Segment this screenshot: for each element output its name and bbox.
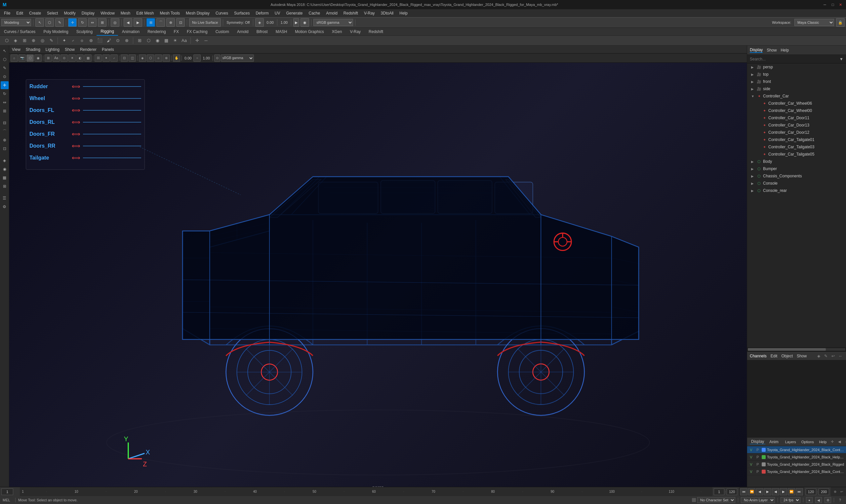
timeline-tick-84[interactable]: | <box>514 491 520 493</box>
module-tab-sculpting[interactable]: Sculpting <box>72 28 97 35</box>
module-tab-fx[interactable]: FX <box>170 28 183 35</box>
ipr-btn[interactable]: ◉ <box>300 18 309 27</box>
timeline-tick-20[interactable]: 20 <box>133 490 139 493</box>
universal-tool-btn[interactable]: ⊞ <box>98 18 106 27</box>
timeline-tick-32[interactable]: | <box>204 491 210 493</box>
timeline-tick-30[interactable]: 30 <box>192 490 198 493</box>
timeline-tick-2[interactable]: | <box>26 491 32 493</box>
timeline-tick-34[interactable]: | <box>216 491 222 493</box>
outliner-horizontal-scrollbar[interactable] <box>747 347 846 352</box>
sel-mode-comp-btn[interactable]: ◈ <box>12 37 19 44</box>
module-tab-mash[interactable]: MASH <box>272 28 291 35</box>
snap-grid-btn[interactable]: ⊞ <box>146 18 155 27</box>
timeline-tick-43[interactable]: | <box>270 491 276 493</box>
timeline-tick-89[interactable]: | <box>543 491 550 493</box>
sel-mode-snap-btn[interactable]: ⊕ <box>30 37 37 44</box>
timeline-tick-114[interactable]: | <box>692 491 698 493</box>
timeline-tick-98[interactable]: | <box>597 491 603 493</box>
next-frame-btn[interactable]: ▶ <box>780 488 787 496</box>
layer-p-2[interactable]: P <box>755 462 760 466</box>
next-key-btn[interactable]: ⏩ <box>788 488 795 496</box>
paint-sel-ico[interactable]: ✎ <box>47 37 55 44</box>
outliner-display-tab[interactable]: Display <box>750 48 763 53</box>
layers-sub-tab-options[interactable]: Options <box>801 440 814 444</box>
out-arrow-3[interactable]: ▶ <box>751 87 755 91</box>
help-icon[interactable]: ? <box>837 497 843 503</box>
rig-rudder-arrow[interactable]: ⟺ <box>72 83 80 90</box>
char-set-select[interactable]: No Character Set <box>697 497 735 503</box>
timeline-tick-85[interactable]: · <box>520 490 526 493</box>
timeline-tick-110[interactable]: 110 <box>669 490 674 493</box>
outliner-item-controller_car_wheel00[interactable]: ✦ Controller_Car_Wheel00 <box>747 107 846 114</box>
timeline-tick-62[interactable]: | <box>383 491 389 493</box>
vp-menu-lighting[interactable]: Lighting <box>46 47 59 52</box>
rig-tailgate-arrow[interactable]: ⟺ <box>72 154 80 162</box>
outliner-show-tab[interactable]: Show <box>767 48 777 53</box>
timeline-tick-42[interactable]: | <box>264 491 270 493</box>
sidebar-snap-curve-icon[interactable]: ⌒ <box>1 127 8 136</box>
module-tab-fx-caching[interactable]: FX Caching <box>183 28 211 35</box>
workspace-lock-btn[interactable]: 🔒 <box>836 18 845 27</box>
module-tab-rendering[interactable]: Rendering <box>143 28 170 35</box>
timeline-tick-31[interactable]: | <box>198 491 204 493</box>
end-frame-input[interactable] <box>818 488 829 495</box>
vp-shadow-btn[interactable]: ◐ <box>76 54 84 62</box>
cb-channels-tab[interactable]: Channels <box>750 354 767 358</box>
timeline-tick-109[interactable]: | <box>662 491 669 493</box>
timeline-tick-9[interactable]: | <box>67 491 73 493</box>
snap-point-btn[interactable]: ⊕ <box>166 18 175 27</box>
timeline-tick-115[interactable]: · <box>698 490 704 493</box>
timeline-tick-92[interactable]: | <box>562 491 567 493</box>
out-arrow-4[interactable]: ▼ <box>751 94 755 98</box>
vp-aa-btn[interactable]: Aa <box>53 54 60 62</box>
outliner-item-bumper[interactable]: ▶ ⬡ Bumper <box>747 165 846 173</box>
timeline-tick-38[interactable]: | <box>240 491 246 493</box>
timeline-tick-47[interactable]: | <box>294 491 299 493</box>
timeline-tick-44[interactable]: | <box>276 491 282 493</box>
timeline-tick-112[interactable]: | <box>680 491 686 493</box>
sidebar-display-icon[interactable]: ◈ <box>1 157 8 164</box>
gamma-select[interactable]: sRGB gamma <box>313 19 353 26</box>
out-arrow-2[interactable]: ▶ <box>751 80 755 84</box>
ik-spline-btn[interactable]: ⌾ <box>78 37 86 44</box>
timeline-tick-70[interactable]: 70 <box>430 490 436 493</box>
vp-poly-btn[interactable]: ⬡ <box>147 54 154 62</box>
key-btn2[interactable]: ◀ <box>815 497 822 503</box>
module-tab-rigging[interactable]: Rigging <box>97 28 118 36</box>
layer-v-0[interactable]: V <box>748 448 754 452</box>
vp-tex-btn[interactable]: ▦ <box>84 54 91 62</box>
maximize-button[interactable]: □ <box>830 2 835 7</box>
menu-item-edit[interactable]: Edit <box>14 10 26 16</box>
timeline-tick-13[interactable]: | <box>91 491 97 493</box>
vp-sel-highlight-btn[interactable]: ◈ <box>139 54 146 62</box>
out-arrow-0[interactable]: ▶ <box>751 66 755 69</box>
layer-row-3[interactable]: V P Toyota_Grand_Highlander_2024_Black_C… <box>747 468 846 475</box>
timeline-tick-113[interactable]: | <box>686 491 692 493</box>
timeline-tick-72[interactable]: | <box>442 491 448 493</box>
timeline-tick-27[interactable]: | <box>175 491 180 493</box>
range-start-input[interactable] <box>714 488 724 495</box>
vp-nurbs-btn[interactable]: ⌾ <box>155 54 162 62</box>
timeline-tick-80[interactable]: 80 <box>490 490 496 493</box>
timeline-tick-99[interactable]: | <box>603 491 609 493</box>
layer-p-0[interactable]: P <box>755 448 760 452</box>
sel-mode-hier-btn[interactable]: ⊞ <box>20 37 29 44</box>
timeline-tick-116[interactable]: | <box>704 491 710 493</box>
timeline-tick-95[interactable]: · <box>579 490 585 493</box>
go-start-btn[interactable]: ⏮ <box>740 488 747 496</box>
module-tab-poly-modeling[interactable]: Poly Modeling <box>39 28 72 35</box>
timeline-tick-104[interactable]: | <box>633 491 639 493</box>
out-arrow-14[interactable]: ▶ <box>751 167 755 171</box>
outliner-item-top[interactable]: ▶ 🎥 top <box>747 71 846 78</box>
sidebar-rotate-icon[interactable]: ↻ <box>1 90 8 98</box>
outliner-item-controller_car_tailgate01[interactable]: ✦ Controller_Car_Tailgate01 <box>747 136 846 143</box>
timeline-tick-22[interactable]: | <box>145 491 151 493</box>
current-frame-input[interactable] <box>1 488 13 495</box>
rig-doors-rr-arrow[interactable]: ⟺ <box>72 142 80 150</box>
timeline-tick-57[interactable]: | <box>353 491 359 493</box>
timeline-tick-51[interactable]: | <box>317 491 323 493</box>
outliner-item-front[interactable]: ▶ 🎥 front <box>747 78 846 85</box>
menu-item-curves[interactable]: Curves <box>213 10 231 16</box>
timeline-tick-1[interactable]: 1 <box>20 490 26 493</box>
joint-tool-btn[interactable]: ✦ <box>60 37 68 44</box>
